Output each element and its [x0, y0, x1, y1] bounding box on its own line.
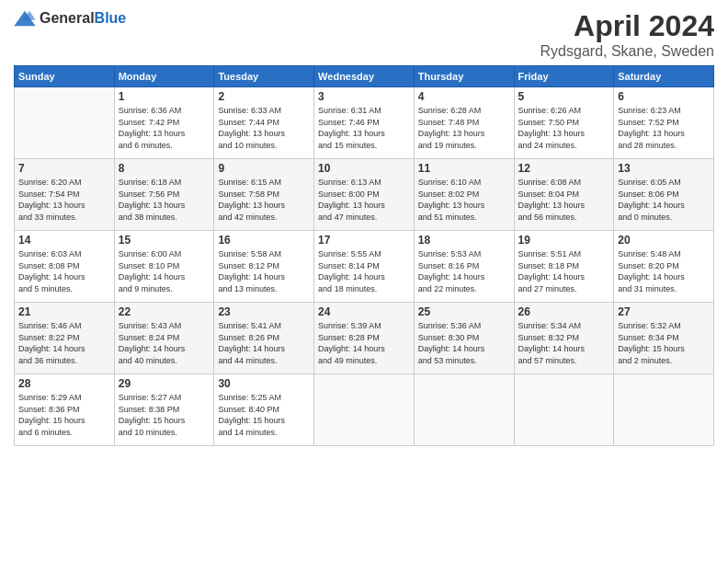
day-info: Sunrise: 5:55 AM Sunset: 8:14 PM Dayligh…	[318, 248, 410, 294]
day-info: Sunrise: 6:10 AM Sunset: 8:02 PM Dayligh…	[418, 177, 510, 223]
calendar-cell	[15, 87, 115, 159]
day-info: Sunrise: 5:48 AM Sunset: 8:20 PM Dayligh…	[618, 248, 710, 294]
day-number: 25	[418, 305, 510, 318]
day-number: 2	[218, 90, 310, 103]
day-number: 29	[119, 377, 210, 390]
day-number: 18	[418, 234, 510, 247]
day-header-friday: Friday	[514, 66, 614, 87]
day-number: 27	[618, 305, 710, 318]
calendar-cell: 27Sunrise: 5:32 AM Sunset: 8:34 PM Dayli…	[614, 303, 714, 374]
day-info: Sunrise: 6:00 AM Sunset: 8:10 PM Dayligh…	[119, 248, 210, 294]
logo-icon	[14, 9, 36, 28]
day-info: Sunrise: 6:13 AM Sunset: 8:00 PM Dayligh…	[318, 177, 410, 223]
calendar-cell: 6Sunrise: 6:23 AM Sunset: 7:52 PM Daylig…	[614, 87, 714, 159]
calendar-cell: 23Sunrise: 5:41 AM Sunset: 8:26 PM Dayli…	[214, 303, 314, 374]
day-number: 21	[18, 305, 110, 318]
day-number: 12	[518, 162, 610, 175]
calendar-cell: 19Sunrise: 5:51 AM Sunset: 8:18 PM Dayli…	[514, 231, 614, 303]
calendar-cell: 28Sunrise: 5:29 AM Sunset: 8:36 PM Dayli…	[15, 374, 115, 446]
day-header-tuesday: Tuesday	[214, 66, 314, 87]
day-info: Sunrise: 5:34 AM Sunset: 8:32 PM Dayligh…	[518, 320, 610, 366]
day-header-monday: Monday	[114, 66, 214, 87]
day-number: 24	[318, 305, 410, 318]
calendar-cell: 16Sunrise: 5:58 AM Sunset: 8:12 PM Dayli…	[214, 231, 314, 303]
title-block: April 2024 Rydsgard, Skane, Sweden	[540, 9, 714, 60]
calendar-cell: 7Sunrise: 6:20 AM Sunset: 7:54 PM Daylig…	[15, 159, 115, 231]
day-number: 7	[18, 162, 110, 175]
calendar-cell: 13Sunrise: 6:05 AM Sunset: 8:06 PM Dayli…	[614, 159, 714, 231]
day-info: Sunrise: 6:36 AM Sunset: 7:42 PM Dayligh…	[119, 105, 210, 151]
week-row-4: 21Sunrise: 5:46 AM Sunset: 8:22 PM Dayli…	[15, 303, 714, 374]
day-info: Sunrise: 5:32 AM Sunset: 8:34 PM Dayligh…	[618, 320, 710, 366]
calendar-cell: 30Sunrise: 5:25 AM Sunset: 8:40 PM Dayli…	[214, 374, 314, 446]
day-info: Sunrise: 5:25 AM Sunset: 8:40 PM Dayligh…	[218, 392, 310, 438]
header-row: SundayMondayTuesdayWednesdayThursdayFrid…	[15, 66, 714, 87]
logo: GeneralBlue	[14, 9, 126, 28]
day-number: 4	[418, 90, 510, 103]
calendar-cell: 17Sunrise: 5:55 AM Sunset: 8:14 PM Dayli…	[314, 231, 415, 303]
day-header-wednesday: Wednesday	[314, 66, 415, 87]
day-number: 19	[518, 234, 610, 247]
day-header-thursday: Thursday	[414, 66, 514, 87]
day-number: 3	[318, 90, 410, 103]
calendar-cell	[414, 374, 514, 446]
day-number: 20	[618, 234, 710, 247]
day-info: Sunrise: 5:53 AM Sunset: 8:16 PM Dayligh…	[418, 248, 510, 294]
day-number: 10	[318, 162, 410, 175]
calendar-header: SundayMondayTuesdayWednesdayThursdayFrid…	[15, 66, 714, 87]
calendar-cell: 5Sunrise: 6:26 AM Sunset: 7:50 PM Daylig…	[514, 87, 614, 159]
logo-text: GeneralBlue	[40, 10, 126, 27]
day-header-sunday: Sunday	[15, 66, 115, 87]
logo-general: General	[40, 10, 95, 26]
week-row-2: 7Sunrise: 6:20 AM Sunset: 7:54 PM Daylig…	[15, 159, 714, 231]
calendar-cell: 11Sunrise: 6:10 AM Sunset: 8:02 PM Dayli…	[414, 159, 514, 231]
calendar-cell: 26Sunrise: 5:34 AM Sunset: 8:32 PM Dayli…	[514, 303, 614, 374]
day-info: Sunrise: 6:18 AM Sunset: 7:56 PM Dayligh…	[119, 177, 210, 223]
location-title: Rydsgard, Skane, Sweden	[540, 43, 714, 60]
day-number: 15	[119, 234, 210, 247]
calendar-cell: 29Sunrise: 5:27 AM Sunset: 8:38 PM Dayli…	[114, 374, 214, 446]
month-title: April 2024	[540, 9, 714, 43]
day-number: 6	[618, 90, 710, 103]
day-number: 23	[218, 305, 310, 318]
day-info: Sunrise: 6:15 AM Sunset: 7:58 PM Dayligh…	[218, 177, 310, 223]
day-info: Sunrise: 6:31 AM Sunset: 7:46 PM Dayligh…	[318, 105, 410, 151]
day-info: Sunrise: 6:33 AM Sunset: 7:44 PM Dayligh…	[218, 105, 310, 151]
day-info: Sunrise: 6:03 AM Sunset: 8:08 PM Dayligh…	[18, 248, 110, 294]
day-number: 5	[518, 90, 610, 103]
calendar-cell: 4Sunrise: 6:28 AM Sunset: 7:48 PM Daylig…	[414, 87, 514, 159]
logo-blue: Blue	[95, 10, 127, 26]
week-row-3: 14Sunrise: 6:03 AM Sunset: 8:08 PM Dayli…	[15, 231, 714, 303]
day-info: Sunrise: 5:39 AM Sunset: 8:28 PM Dayligh…	[318, 320, 410, 366]
page-container: GeneralBlue April 2024 Rydsgard, Skane, …	[0, 0, 728, 455]
day-info: Sunrise: 5:29 AM Sunset: 8:36 PM Dayligh…	[18, 392, 110, 438]
day-number: 26	[518, 305, 610, 318]
day-number: 1	[119, 90, 210, 103]
day-info: Sunrise: 5:51 AM Sunset: 8:18 PM Dayligh…	[518, 248, 610, 294]
calendar-cell: 20Sunrise: 5:48 AM Sunset: 8:20 PM Dayli…	[614, 231, 714, 303]
calendar-cell: 12Sunrise: 6:08 AM Sunset: 8:04 PM Dayli…	[514, 159, 614, 231]
calendar-cell: 8Sunrise: 6:18 AM Sunset: 7:56 PM Daylig…	[114, 159, 214, 231]
calendar-cell	[614, 374, 714, 446]
day-info: Sunrise: 5:46 AM Sunset: 8:22 PM Dayligh…	[18, 320, 110, 366]
calendar-table: SundayMondayTuesdayWednesdayThursdayFrid…	[14, 65, 714, 446]
calendar-cell: 15Sunrise: 6:00 AM Sunset: 8:10 PM Dayli…	[114, 231, 214, 303]
day-number: 30	[218, 377, 310, 390]
day-number: 13	[618, 162, 710, 175]
day-header-saturday: Saturday	[614, 66, 714, 87]
day-number: 14	[18, 234, 110, 247]
calendar-cell	[514, 374, 614, 446]
day-number: 8	[119, 162, 210, 175]
day-info: Sunrise: 5:36 AM Sunset: 8:30 PM Dayligh…	[418, 320, 510, 366]
day-number: 9	[218, 162, 310, 175]
calendar-cell: 1Sunrise: 6:36 AM Sunset: 7:42 PM Daylig…	[114, 87, 214, 159]
calendar-cell	[314, 374, 415, 446]
day-info: Sunrise: 6:28 AM Sunset: 7:48 PM Dayligh…	[418, 105, 510, 151]
calendar-cell: 24Sunrise: 5:39 AM Sunset: 8:28 PM Dayli…	[314, 303, 415, 374]
day-info: Sunrise: 5:43 AM Sunset: 8:24 PM Dayligh…	[119, 320, 210, 366]
day-info: Sunrise: 6:26 AM Sunset: 7:50 PM Dayligh…	[518, 105, 610, 151]
day-info: Sunrise: 5:27 AM Sunset: 8:38 PM Dayligh…	[119, 392, 210, 438]
calendar-cell: 2Sunrise: 6:33 AM Sunset: 7:44 PM Daylig…	[214, 87, 314, 159]
calendar-cell: 22Sunrise: 5:43 AM Sunset: 8:24 PM Dayli…	[114, 303, 214, 374]
day-number: 16	[218, 234, 310, 247]
